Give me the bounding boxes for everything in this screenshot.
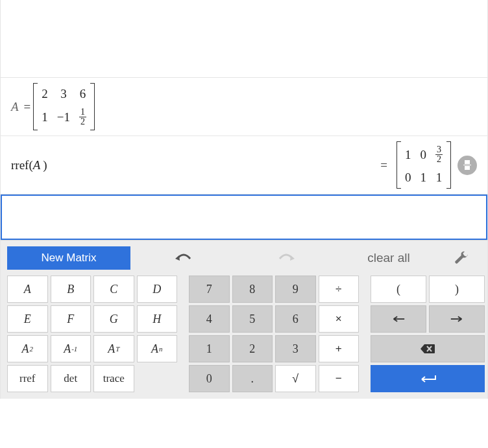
matrix-bracket-right bbox=[90, 83, 95, 130]
matrix-bracket-left bbox=[33, 83, 38, 130]
matrix-cell: 0 bbox=[421, 148, 427, 162]
key-multiply[interactable]: × bbox=[319, 305, 360, 333]
key-E[interactable]: E bbox=[7, 305, 48, 333]
variable-name: A bbox=[11, 100, 19, 114]
nav-block: ( ) bbox=[371, 276, 485, 392]
key-8[interactable]: 8 bbox=[232, 276, 273, 303]
key-2[interactable]: 2 bbox=[232, 335, 273, 362]
arrow-right-icon bbox=[450, 312, 464, 326]
key-A-transpose[interactable]: AT bbox=[93, 335, 134, 362]
fraction: 12 bbox=[79, 108, 86, 126]
matrix-cell: 0 bbox=[405, 171, 411, 185]
key-cursor-right[interactable] bbox=[429, 305, 485, 333]
key-A[interactable]: A bbox=[7, 276, 48, 303]
key-H[interactable]: H bbox=[137, 305, 178, 333]
matrix-body: 1032011 bbox=[401, 141, 446, 189]
key-trace[interactable]: trace bbox=[93, 365, 134, 392]
letters-block: ABCDEFGHA2A-1ATAnrrefdettrace bbox=[7, 276, 177, 392]
key-F[interactable]: F bbox=[51, 305, 92, 333]
key-A-inverse[interactable]: A-1 bbox=[51, 335, 92, 362]
key-divide[interactable]: ÷ bbox=[319, 276, 360, 303]
matrix-cell: 12 bbox=[79, 108, 86, 126]
result-area: = 1032011 bbox=[378, 141, 477, 189]
matrix-cell: 1 bbox=[421, 171, 427, 185]
matrix-body: 2361−112 bbox=[38, 83, 90, 130]
key-7[interactable]: 7 bbox=[189, 276, 230, 303]
key-det[interactable]: det bbox=[51, 365, 92, 392]
key-3[interactable]: 3 bbox=[275, 335, 316, 362]
matrix-cell: −1 bbox=[57, 110, 70, 124]
key-D[interactable]: D bbox=[137, 276, 178, 303]
new-matrix-button[interactable]: New Matrix bbox=[7, 246, 130, 270]
key-backspace[interactable] bbox=[371, 335, 485, 362]
key-dot[interactable]: . bbox=[232, 365, 273, 392]
keypad-toolbar: New Matrix clear all bbox=[7, 246, 481, 270]
key-B[interactable]: B bbox=[51, 276, 92, 303]
key-1[interactable]: 1 bbox=[189, 335, 230, 362]
key-6[interactable]: 6 bbox=[275, 305, 316, 333]
key-4[interactable]: 4 bbox=[189, 305, 230, 333]
matrix-cell: 1 bbox=[42, 110, 48, 124]
expression-row-empty[interactable] bbox=[1, 0, 487, 78]
key-enter[interactable] bbox=[371, 365, 485, 392]
matrix-cell: 32 bbox=[435, 145, 443, 164]
matrix-bracket-right bbox=[446, 141, 451, 189]
backspace-icon bbox=[420, 344, 435, 354]
result-equals: = bbox=[380, 158, 387, 172]
paren-close: ) bbox=[43, 158, 47, 172]
arrow-left-icon bbox=[391, 312, 406, 326]
key-A-power-n[interactable]: An bbox=[137, 335, 178, 362]
matrix-cell: 3 bbox=[60, 87, 67, 101]
key-G[interactable]: G bbox=[93, 305, 134, 333]
function-name: rref bbox=[11, 158, 29, 172]
key-A-squared[interactable]: A2 bbox=[7, 335, 48, 362]
settings-button[interactable] bbox=[442, 246, 481, 270]
redo-button[interactable] bbox=[237, 246, 336, 270]
expression-input-active[interactable] bbox=[1, 195, 487, 240]
key-0[interactable]: 0 bbox=[189, 365, 230, 392]
wrench-icon bbox=[454, 251, 469, 265]
key-paren-close[interactable]: ) bbox=[429, 276, 485, 303]
keypad: New Matrix clear all ABCDEFGHA2A-1ATAnrr… bbox=[1, 240, 487, 399]
matrix-cell: 2 bbox=[42, 87, 48, 101]
equals-sign: = bbox=[24, 100, 31, 114]
key-cursor-left[interactable] bbox=[371, 305, 426, 333]
matrix-cell: 1 bbox=[405, 148, 411, 162]
matrix-cell: 1 bbox=[436, 171, 443, 185]
expression-row-call[interactable]: rref ( A ) = 1032011 bbox=[1, 136, 487, 195]
key-rref[interactable]: rref bbox=[7, 365, 48, 392]
matrix-cell: 6 bbox=[80, 87, 86, 101]
expression-list: A = 2361−112 rref ( A ) = 1032011 bbox=[1, 0, 487, 240]
redo-icon bbox=[277, 252, 295, 264]
keypad-grid: ABCDEFGHA2A-1ATAnrrefdettrace 7 8 9 ÷ 4 … bbox=[7, 276, 481, 392]
key-minus[interactable]: − bbox=[319, 365, 360, 392]
matrix-A: 2361−112 bbox=[33, 83, 95, 130]
key-sqrt[interactable]: √ bbox=[275, 365, 316, 392]
calculator-container: A = 2361−112 rref ( A ) = 1032011 bbox=[0, 0, 488, 399]
undo-button[interactable] bbox=[134, 246, 233, 270]
clear-all-button[interactable]: clear all bbox=[339, 246, 438, 270]
key-paren-open[interactable]: ( bbox=[371, 276, 426, 303]
key-5[interactable]: 5 bbox=[232, 305, 273, 333]
key-C[interactable]: C bbox=[93, 276, 134, 303]
function-arg: A bbox=[33, 158, 41, 172]
expression-row-definition[interactable]: A = 2361−112 bbox=[1, 78, 487, 136]
matrix-bracket-left bbox=[396, 141, 401, 189]
fraction: 32 bbox=[435, 145, 443, 164]
result-matrix: 1032011 bbox=[396, 141, 451, 189]
numeric-block: 7 8 9 ÷ 4 5 6 × 1 2 3 + 0 . √ − bbox=[189, 276, 359, 392]
toggle-fraction-icon[interactable] bbox=[458, 156, 477, 175]
key-9[interactable]: 9 bbox=[275, 276, 316, 303]
undo-icon bbox=[175, 252, 193, 264]
enter-icon bbox=[418, 374, 437, 383]
key-plus[interactable]: + bbox=[319, 335, 360, 362]
